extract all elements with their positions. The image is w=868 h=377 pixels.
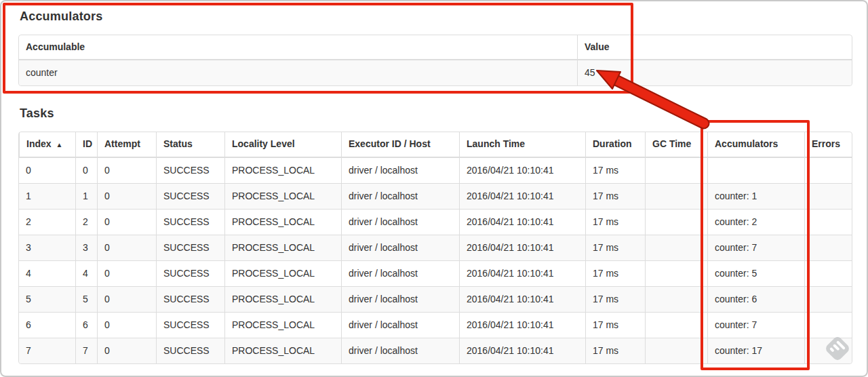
column-header-label: Status bbox=[163, 138, 193, 149]
status-cell: SUCCESS bbox=[156, 235, 224, 260]
task-row: 6 6 0 SUCCESS PROCESS_LOCAL driver / loc… bbox=[19, 312, 852, 338]
task-row: 2 2 0 SUCCESS PROCESS_LOCAL driver / loc… bbox=[19, 209, 852, 235]
launch-time-cell: 2016/04/21 10:10:41 bbox=[459, 260, 585, 286]
executor-host-cell: driver / localhost bbox=[341, 183, 459, 209]
gc-time-cell bbox=[645, 312, 707, 338]
errors-cell bbox=[804, 312, 852, 338]
gc-time-cell bbox=[645, 286, 707, 312]
accumulators-section-title: Accumulators bbox=[20, 9, 867, 24]
tasks-column-header[interactable]: Executor ID / Host bbox=[341, 132, 459, 158]
duration-cell: 17 ms bbox=[585, 158, 645, 183]
task-row: 0 0 0 SUCCESS PROCESS_LOCAL driver / loc… bbox=[19, 158, 852, 183]
column-header-label: Errors bbox=[812, 138, 840, 149]
task-row: 5 5 0 SUCCESS PROCESS_LOCAL driver / loc… bbox=[19, 286, 852, 312]
column-header-label: Launch Time bbox=[467, 138, 525, 149]
accumulators-cell: counter: 1 bbox=[707, 183, 804, 209]
index-cell: 1 bbox=[19, 183, 75, 209]
index-cell: 2 bbox=[19, 209, 75, 235]
tasks-column-header[interactable]: Launch Time bbox=[459, 132, 585, 158]
tasks-column-header[interactable]: Errors bbox=[804, 132, 852, 158]
index-cell: 3 bbox=[19, 235, 75, 260]
status-cell: SUCCESS bbox=[156, 209, 224, 235]
tasks-section-title: Tasks bbox=[20, 106, 867, 121]
id-cell: 1 bbox=[75, 183, 97, 209]
status-cell: SUCCESS bbox=[156, 260, 224, 286]
id-cell: 5 bbox=[75, 286, 97, 312]
index-cell: 4 bbox=[19, 260, 75, 286]
status-cell: SUCCESS bbox=[156, 286, 224, 312]
accumulable-name-cell: counter bbox=[19, 60, 577, 85]
tasks-column-header[interactable]: Duration bbox=[585, 132, 645, 158]
tasks-column-header[interactable]: Locality Level bbox=[224, 132, 341, 158]
accumulable-column-header: Accumulable bbox=[19, 35, 577, 60]
accumulable-value-cell: 45 bbox=[577, 60, 852, 85]
id-cell: 6 bbox=[75, 312, 97, 338]
gc-time-cell bbox=[645, 209, 707, 235]
accumulators-cell: counter: 17 bbox=[707, 338, 804, 363]
errors-cell bbox=[804, 260, 852, 286]
tasks-table: Index▲ ID Attempt Statu bbox=[18, 132, 852, 364]
column-header-label: Accumulators bbox=[715, 138, 778, 149]
locality-level-cell: PROCESS_LOCAL bbox=[224, 158, 341, 183]
executor-host-cell: driver / localhost bbox=[341, 260, 459, 286]
task-row: 1 1 0 SUCCESS PROCESS_LOCAL driver / loc… bbox=[19, 183, 852, 209]
errors-cell bbox=[804, 286, 852, 312]
gc-time-cell bbox=[645, 235, 707, 260]
accumulators-table-header-row: Accumulable Value bbox=[19, 35, 852, 60]
locality-level-cell: PROCESS_LOCAL bbox=[224, 235, 341, 260]
launch-time-cell: 2016/04/21 10:10:41 bbox=[459, 312, 585, 338]
locality-level-cell: PROCESS_LOCAL bbox=[224, 260, 341, 286]
id-cell: 2 bbox=[75, 209, 97, 235]
executor-host-cell: driver / localhost bbox=[341, 286, 459, 312]
status-cell: SUCCESS bbox=[156, 338, 224, 363]
locality-level-cell: PROCESS_LOCAL bbox=[224, 209, 341, 235]
accumulators-section: Accumulators Accumulable Value counter 4… bbox=[18, 9, 867, 86]
launch-time-cell: 2016/04/21 10:10:41 bbox=[459, 286, 585, 312]
sort-asc-icon: ▲ bbox=[56, 141, 63, 148]
executor-host-cell: driver / localhost bbox=[341, 235, 459, 260]
attempt-cell: 0 bbox=[97, 260, 156, 286]
gc-time-cell bbox=[645, 183, 707, 209]
status-cell: SUCCESS bbox=[156, 183, 224, 209]
column-header-label: ID bbox=[83, 138, 92, 149]
executor-host-cell: driver / localhost bbox=[341, 209, 459, 235]
executor-host-cell: driver / localhost bbox=[341, 158, 459, 183]
errors-cell bbox=[804, 338, 852, 363]
duration-cell: 17 ms bbox=[585, 209, 645, 235]
tasks-column-header[interactable]: Index▲ bbox=[19, 132, 75, 158]
errors-cell bbox=[804, 158, 852, 183]
tasks-column-header[interactable]: GC Time bbox=[645, 132, 707, 158]
locality-level-cell: PROCESS_LOCAL bbox=[224, 338, 341, 363]
attempt-cell: 0 bbox=[97, 209, 156, 235]
task-row: 3 3 0 SUCCESS PROCESS_LOCAL driver / loc… bbox=[19, 235, 852, 260]
duration-cell: 17 ms bbox=[585, 312, 645, 338]
attempt-cell: 0 bbox=[97, 183, 156, 209]
tasks-column-header[interactable]: Attempt bbox=[97, 132, 156, 158]
index-cell: 5 bbox=[19, 286, 75, 312]
id-cell: 7 bbox=[75, 338, 97, 363]
locality-level-cell: PROCESS_LOCAL bbox=[224, 286, 341, 312]
duration-cell: 17 ms bbox=[585, 260, 645, 286]
value-column-header: Value bbox=[577, 35, 852, 60]
launch-time-cell: 2016/04/21 10:10:41 bbox=[459, 158, 585, 183]
tasks-column-header[interactable]: Status bbox=[156, 132, 224, 158]
index-cell: 0 bbox=[19, 158, 75, 183]
accumulators-cell bbox=[707, 158, 804, 183]
attempt-cell: 0 bbox=[97, 286, 156, 312]
accumulators-cell: counter: 7 bbox=[707, 312, 804, 338]
tasks-column-header[interactable]: Accumulators bbox=[707, 132, 804, 158]
gc-time-cell bbox=[645, 260, 707, 286]
spark-stage-detail-page: Accumulators Accumulable Value counter 4… bbox=[0, 0, 868, 377]
tasks-table-header-row: Index▲ ID Attempt Statu bbox=[19, 132, 852, 158]
duration-cell: 17 ms bbox=[585, 183, 645, 209]
accumulators-table: Accumulable Value counter 45 bbox=[18, 35, 852, 86]
task-row: 4 4 0 SUCCESS PROCESS_LOCAL driver / loc… bbox=[19, 260, 852, 286]
accumulators-cell: counter: 6 bbox=[707, 286, 804, 312]
tasks-column-header[interactable]: ID bbox=[75, 132, 97, 158]
errors-cell bbox=[804, 209, 852, 235]
tasks-section: Tasks Index▲ bbox=[18, 106, 867, 364]
attempt-cell: 0 bbox=[97, 158, 156, 183]
status-cell: SUCCESS bbox=[156, 158, 224, 183]
index-cell: 7 bbox=[19, 338, 75, 363]
duration-cell: 17 ms bbox=[585, 235, 645, 260]
